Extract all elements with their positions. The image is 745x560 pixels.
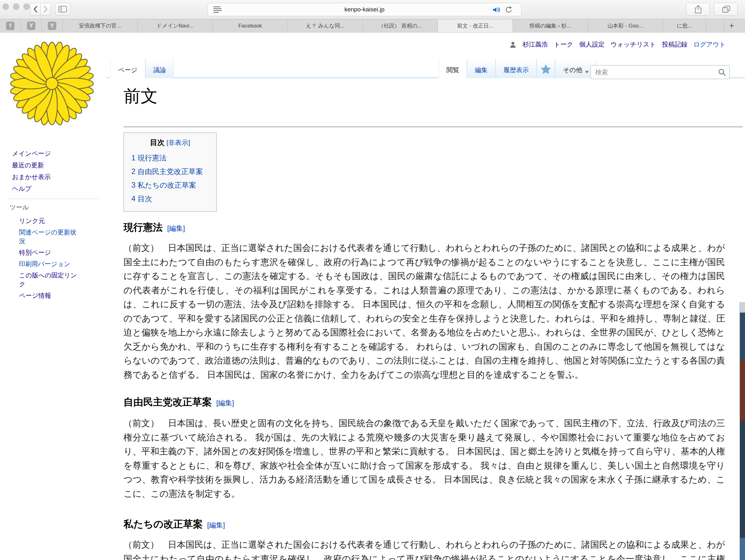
section-edit-link[interactable]: [編集]	[207, 520, 225, 530]
toc-item-2[interactable]: 2 自由民主党改正草案	[131, 165, 216, 178]
screenshot-root: { "browser": { "url": "kenpo-kaisei.jp",…	[0, 0, 745, 560]
toc-item-4[interactable]: 4 目次	[131, 192, 216, 206]
browser-tab-bar: f Y Y 安倍政権下の官... ドメインNavi... Facebook え？…	[0, 19, 745, 33]
sidebar-item-special-pages[interactable]: 特別ページ	[19, 248, 80, 257]
section-heading-text: 自由民主党改正草案	[124, 395, 212, 409]
share-button[interactable]	[686, 3, 710, 15]
tab-edit[interactable]: 編集	[467, 59, 495, 78]
section-heading-text: 現行憲法	[124, 221, 163, 234]
close-window-button[interactable]	[3, 3, 9, 10]
tab-discussion[interactable]: 議論	[145, 59, 174, 78]
section-heading: 私たちの改正草案 [編集]	[124, 518, 225, 531]
tab-page[interactable]: ページ	[110, 59, 145, 78]
new-tab-button[interactable]: +	[724, 19, 745, 32]
table-of-contents: 目次[非表示] 1 現行憲法 2 自由民主党改正草案 3 私たちの改正草案 4 …	[124, 133, 217, 212]
history-nav-group	[30, 3, 51, 15]
browser-tab[interactable]: ドメインNavi...	[138, 19, 213, 32]
browser-toolbar: kenpo-kaisei.jp	[0, 0, 745, 19]
back-button[interactable]	[30, 3, 40, 15]
toc-toggle-link[interactable]: [非表示]	[166, 139, 190, 146]
browser-tab[interactable]: 山本彩 - Goo...	[588, 19, 663, 32]
sidebar-item-recent-changes[interactable]: 最近の更新	[12, 161, 85, 170]
personal-watchlist-link[interactable]: ウォッチリスト	[610, 40, 656, 49]
watch-star-button[interactable]	[537, 59, 555, 78]
browser-tab-active[interactable]: 前文 - 改正日...	[438, 19, 513, 32]
toc-item-3[interactable]: 3 私たちの改正草案	[131, 178, 216, 192]
minimize-window-button[interactable]	[13, 3, 19, 10]
personal-preferences-link[interactable]: 個人設定	[579, 40, 605, 49]
tab-overview-button[interactable]	[714, 3, 738, 15]
sidebar-item-help[interactable]: ヘルプ	[12, 184, 85, 193]
title-divider	[124, 127, 743, 127]
pinned-tab-yahoo-2[interactable]: Y	[42, 19, 63, 32]
chevron-down-icon	[585, 71, 589, 73]
browser-tab[interactable]: （社説） 首相の...	[363, 19, 438, 32]
share-icon	[694, 5, 702, 13]
section-body: （前文） 日本国は、長い歴史と固有の文化を持ち、国民統合の象徴である天皇を戴いた…	[124, 416, 725, 501]
sidebar-item-random[interactable]: おまかせ表示	[12, 172, 85, 181]
sidebar-tools-header: ツール	[9, 203, 29, 212]
url-text: kenpo-kaisei.jp	[208, 3, 521, 16]
facebook-icon: f	[6, 22, 14, 30]
yahoo-icon: Y	[27, 22, 35, 30]
toc-item-1[interactable]: 1 現行憲法	[131, 151, 216, 165]
section-body: （前文） 日本国民は、正当に選挙された国会における代表者を通じて行動し、われらと…	[124, 538, 725, 560]
back-icon	[33, 5, 38, 13]
tab-overview-icon	[721, 5, 731, 13]
browser-tab[interactable]: 投稿の編集 ‹ 杉...	[513, 19, 588, 32]
sidebar-item-related-changes[interactable]: 関連ページの更新状況	[19, 228, 80, 246]
search-box	[590, 65, 730, 79]
personal-username-link[interactable]: 杉江義浩	[522, 40, 548, 49]
sidebar-item-printable[interactable]: 印刷用バージョン	[19, 259, 80, 268]
sidebar-toggle-icon	[58, 6, 67, 13]
toc-header: 目次	[150, 138, 165, 146]
address-bar[interactable]: kenpo-kaisei.jp	[207, 3, 521, 16]
browser-tab[interactable]: に批...	[663, 19, 706, 32]
sidebar-item-whatlinkshere[interactable]: リンク元	[19, 216, 80, 225]
namespace-tabs: ページ 議論	[110, 59, 174, 78]
sidebar-nav: メインページ 最近の更新 おまかせ表示 ヘルプ	[12, 149, 85, 196]
sidebar-divider	[8, 199, 98, 199]
more-menu-label: その他	[563, 66, 582, 74]
search-icon[interactable]	[718, 68, 726, 78]
star-icon	[541, 64, 551, 74]
personal-logout-link[interactable]: ログアウト	[693, 40, 726, 49]
site-logo-chrysanthemum[interactable]	[9, 40, 95, 127]
new-tab-icon: +	[729, 22, 734, 30]
window-controls	[3, 3, 30, 10]
personal-contributions-link[interactable]: 投稿記録	[662, 40, 687, 49]
section-heading: 現行憲法 [編集]	[124, 221, 185, 234]
section-edit-link[interactable]: [編集]	[167, 224, 185, 233]
sidebar-item-page-info[interactable]: ページ情報	[19, 291, 80, 300]
reload-icon[interactable]	[505, 6, 513, 15]
section-heading-text: 私たちの改正草案	[124, 518, 203, 531]
background-window-sliver	[740, 302, 745, 560]
personal-talk-link[interactable]: トーク	[554, 40, 573, 49]
audio-playing-icon[interactable]	[492, 6, 501, 15]
sidebar-tools: リンク元 関連ページの更新状況 特別ページ 印刷用バージョン この版への固定リン…	[19, 216, 80, 303]
tab-history[interactable]: 履歴表示	[495, 59, 537, 78]
browser-tab[interactable]: 安倍政権下の官...	[63, 19, 138, 32]
forward-icon	[43, 5, 48, 13]
section-edit-link[interactable]: [編集]	[216, 398, 234, 408]
sidebar-toggle-button[interactable]	[55, 3, 70, 15]
personal-bar: 杉江義浩 トーク 個人設定 ウォッチリスト 投稿記録 ログアウト	[510, 40, 726, 49]
search-input[interactable]	[591, 66, 730, 79]
sidebar-item-mainpage[interactable]: メインページ	[12, 149, 85, 158]
section-heading: 自由民主党改正草案 [編集]	[124, 395, 234, 409]
page-title: 前文	[124, 85, 158, 108]
forward-button[interactable]	[40, 3, 51, 15]
section-body: （前文） 日本国民は、正当に選挙された国会における代表者を通じて行動し、われらと…	[124, 241, 725, 382]
yahoo-icon: Y	[48, 22, 56, 30]
zoom-window-button[interactable]	[24, 3, 30, 10]
pinned-tab-yahoo-1[interactable]: Y	[21, 19, 42, 32]
browser-tab[interactable]: Facebook	[213, 19, 288, 32]
view-tabs: 閲覧 編集 履歴表示 その他	[439, 59, 597, 78]
pinned-tab-facebook[interactable]: f	[0, 19, 21, 32]
browser-tab-empty	[706, 19, 724, 32]
browser-tab[interactable]: え？ みんな同...	[288, 19, 363, 32]
sidebar-item-permalink[interactable]: この版への固定リンク	[19, 271, 80, 288]
tab-read[interactable]: 閲覧	[439, 59, 467, 78]
user-icon	[510, 41, 516, 48]
